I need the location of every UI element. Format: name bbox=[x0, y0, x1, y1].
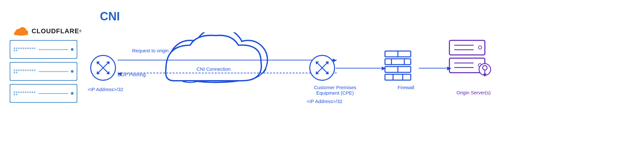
svg-rect-4 bbox=[14, 33, 28, 35]
origin-server-icon bbox=[448, 39, 493, 89]
cloudflare-text: CLOUDFLARE bbox=[32, 27, 79, 35]
cloudflare-section: CLOUDFLARE® bbox=[10, 26, 84, 106]
svg-line-7 bbox=[103, 68, 108, 73]
svg-line-27 bbox=[317, 68, 322, 73]
svg-line-25 bbox=[322, 63, 327, 68]
server-rack-3 bbox=[10, 84, 77, 103]
cloudflare-logo: CLOUDFLARE® bbox=[10, 26, 84, 36]
svg-line-23 bbox=[322, 68, 327, 73]
ip-left-label: <IP Address>/32 bbox=[88, 87, 123, 92]
request-to-origin-line bbox=[118, 60, 337, 60]
cni-cloud-svg bbox=[151, 32, 280, 90]
bgp-peering-line bbox=[118, 73, 337, 73]
svg-rect-31 bbox=[385, 59, 411, 65]
server-rack-2 bbox=[10, 62, 77, 81]
origin-server-label: Origin Server(s) bbox=[448, 90, 499, 95]
expand-arrows-left bbox=[95, 60, 111, 76]
svg-line-11 bbox=[98, 68, 103, 73]
page-title: CNI bbox=[100, 10, 120, 23]
cpe-router-icon bbox=[309, 55, 335, 81]
svg-line-5 bbox=[98, 63, 103, 68]
server-rack-1 bbox=[10, 40, 77, 59]
cpe-label: Customer Premises Equipment (CPE) bbox=[303, 85, 367, 96]
firewall-to-origin-arrow bbox=[419, 68, 451, 68]
bgp-peering-label: BGP Peering bbox=[118, 72, 146, 77]
expand-arrows-right bbox=[314, 60, 330, 76]
svg-line-21 bbox=[317, 63, 322, 68]
registered-mark: ® bbox=[79, 29, 82, 33]
cloudflare-cloud-icon bbox=[13, 26, 29, 36]
cni-connection-label: CNI Connection bbox=[197, 66, 231, 72]
bgp-router-icon bbox=[90, 55, 116, 81]
svg-line-9 bbox=[103, 63, 108, 68]
diagram-container: CNI CLOUDFLARE® bbox=[0, 0, 644, 167]
svg-rect-39 bbox=[449, 40, 485, 55]
firewall-icon bbox=[382, 48, 414, 85]
ip-right-label: <IP Address>/32 bbox=[307, 99, 342, 104]
svg-rect-36 bbox=[385, 74, 411, 80]
cpe-to-firewall-arrow bbox=[336, 68, 386, 68]
request-to-origin-label: Request to origin bbox=[132, 48, 168, 53]
svg-point-40 bbox=[478, 46, 482, 49]
cloud-icon bbox=[151, 32, 280, 90]
firewall-label: Firewall bbox=[387, 85, 425, 90]
